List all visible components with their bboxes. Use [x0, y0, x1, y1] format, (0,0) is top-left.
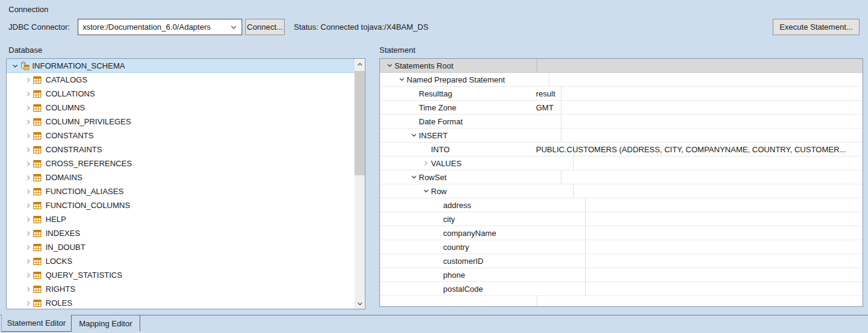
tree-item-label: QUERY_STATISTICS [46, 271, 122, 280]
statement-row-label: companyName [443, 229, 496, 238]
database-table-item[interactable]: CONSTRAINTS [7, 143, 354, 156]
chevron-right-icon[interactable] [24, 91, 33, 97]
tab-mapping-editor[interactable]: Mapping Editor [72, 315, 140, 331]
statement-row[interactable]: Statements Root [380, 59, 863, 73]
statement-row-name-cell[interactable] [380, 296, 537, 307]
statement-row-value[interactable] [532, 59, 863, 72]
chevron-down-icon[interactable] [385, 62, 394, 69]
statement-row-value[interactable] [532, 73, 863, 86]
chevron-right-icon[interactable] [24, 258, 33, 264]
database-table-item[interactable]: COLUMNS [7, 101, 354, 115]
statement-row-value[interactable] [532, 184, 863, 198]
tree-item-label: CONSTRAINTS [46, 145, 102, 154]
database-table-item[interactable]: COLUMN_PRIVILEGES [7, 115, 354, 129]
chevron-right-icon[interactable] [24, 189, 33, 195]
chevron-right-icon[interactable] [24, 300, 33, 306]
execute-statement-button[interactable]: Execute Statement... [773, 19, 860, 35]
statement-row-name-cell[interactable]: Statements Root [380, 59, 537, 72]
statement-row[interactable]: postalCode [380, 282, 863, 296]
statement-row[interactable]: address [380, 198, 863, 212]
chevron-down-icon[interactable] [409, 132, 418, 138]
database-table-item[interactable]: LOCKS [7, 254, 354, 268]
statement-row-value[interactable] [532, 268, 863, 281]
database-table-item[interactable]: INDEXES [7, 226, 354, 240]
chevron-down-icon[interactable] [397, 76, 406, 82]
statement-row-value[interactable] [532, 282, 863, 295]
database-table-item[interactable]: FUNCTION_COLUMNS [7, 198, 354, 212]
database-table-item[interactable]: CROSS_REFERENCES [7, 156, 354, 170]
connect-button[interactable]: Connect... [245, 19, 285, 35]
chevron-right-icon[interactable] [24, 77, 33, 83]
chevron-right-icon[interactable] [24, 147, 33, 153]
database-table-item[interactable]: HELP [7, 212, 354, 226]
scroll-up-icon[interactable] [354, 59, 365, 69]
chevron-down-icon[interactable] [10, 63, 20, 69]
database-table-item[interactable]: FUNCTION_ALIASES [7, 184, 354, 198]
statement-row[interactable]: companyName [380, 226, 863, 240]
statement-row-value[interactable] [532, 156, 863, 170]
database-scrollbar[interactable] [354, 59, 365, 309]
statement-row-value[interactable]: GMT [532, 101, 863, 114]
statement-row-name-cell[interactable]: Named Prepared Statement [380, 73, 549, 86]
database-table-item[interactable]: COLLATIONS [7, 87, 354, 101]
chevron-down-icon[interactable] [230, 24, 237, 31]
tab-label: Statement Editor [7, 318, 66, 328]
jdbc-connector-select[interactable]: xstore:/Documentation_6.0/Adapters [78, 19, 242, 35]
chevron-right-icon[interactable] [24, 133, 33, 139]
statement-row[interactable]: INSERT [380, 129, 863, 143]
tree-item-label: COLLATIONS [46, 89, 95, 98]
statement-row[interactable]: city [380, 212, 863, 226]
statement-row[interactable]: customerID [380, 254, 863, 268]
database-table-item[interactable]: ROLES [7, 296, 354, 309]
chevron-right-icon[interactable] [24, 244, 33, 251]
statement-row-value[interactable] [532, 212, 863, 226]
database-table-item[interactable]: RIGHTS [7, 282, 354, 296]
tab-statement-editor[interactable]: Statement Editor [1, 315, 72, 332]
statement-row-value[interactable] [532, 226, 863, 240]
statement-row[interactable]: Row [380, 184, 863, 198]
statement-row[interactable]: VALUES [380, 156, 863, 170]
database-table-item[interactable]: IN_DOUBT [7, 240, 354, 254]
statement-row[interactable]: RowSet [380, 170, 863, 184]
statement-row[interactable]: country [380, 240, 863, 254]
chevron-right-icon[interactable] [24, 175, 33, 181]
chevron-right-icon[interactable] [24, 119, 33, 125]
statement-row-value[interactable] [532, 115, 863, 128]
tree-item-label: DOMAINS [46, 173, 83, 182]
statement-row[interactable] [380, 296, 863, 307]
chevron-right-icon[interactable] [24, 230, 33, 237]
database-table-item[interactable]: QUERY_STATISTICS [7, 268, 354, 282]
database-schema-item[interactable]: INFORMATION_SCHEMA [7, 59, 354, 73]
scrollbar-thumb[interactable] [354, 71, 365, 175]
chevron-right-icon[interactable] [24, 203, 33, 209]
statement-row[interactable]: Date Format [380, 115, 863, 129]
chevron-down-icon[interactable] [421, 188, 430, 194]
chevron-right-icon[interactable] [24, 217, 33, 223]
chevron-right-icon[interactable] [421, 160, 430, 166]
database-table-item[interactable]: CONSTANTS [7, 129, 354, 143]
statement-row-label: customerID [443, 257, 483, 266]
database-table-item[interactable]: DOMAINS [7, 170, 354, 184]
statement-row-value[interactable]: result [532, 87, 863, 100]
statement-tree-table: Statements RootNamed Prepared StatementR… [379, 58, 863, 307]
statement-row[interactable]: Resulttagresult [380, 87, 863, 101]
statement-row-value[interactable] [532, 254, 863, 267]
chevron-down-icon[interactable] [409, 174, 418, 180]
database-table-item[interactable]: CATALOGS [7, 73, 354, 87]
statement-row-value[interactable] [532, 129, 863, 142]
chevron-right-icon[interactable] [24, 272, 33, 278]
statement-row-value[interactable] [532, 170, 863, 184]
statement-row-value[interactable]: PUBLIC.CUSTOMERS (ADDRESS, CITY, COMPANY… [532, 143, 863, 156]
statement-row-value[interactable] [532, 198, 863, 212]
table-icon [33, 118, 44, 126]
chevron-right-icon[interactable] [24, 161, 33, 167]
statement-row[interactable]: phone [380, 268, 863, 282]
statement-row[interactable]: INTOPUBLIC.CUSTOMERS (ADDRESS, CITY, COM… [380, 143, 863, 156]
chevron-right-icon[interactable] [24, 105, 33, 111]
chevron-right-icon[interactable] [24, 286, 33, 292]
statement-row[interactable]: Time ZoneGMT [380, 101, 863, 115]
statement-row-value[interactable] [532, 296, 863, 307]
statement-row[interactable]: Named Prepared Statement [380, 73, 863, 87]
statement-row-value[interactable] [532, 240, 863, 254]
scroll-down-icon[interactable] [354, 298, 365, 309]
